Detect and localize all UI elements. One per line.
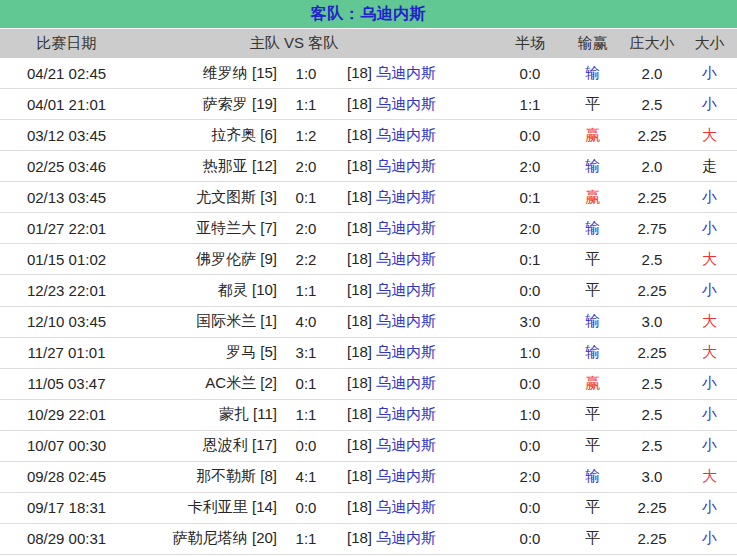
- halftime-score: 0:0: [497, 499, 563, 516]
- table-row: 09/28 02:45那不勒斯 [8]4:1[18] 乌迪内斯2:0输3.0大: [0, 462, 737, 493]
- ou-result: 小: [682, 95, 737, 114]
- away-team: [18] 乌迪内斯: [331, 126, 497, 145]
- halftime-score: 0:0: [497, 375, 563, 392]
- fulltime-score: 1:1: [281, 282, 331, 299]
- home-team: 卡利亚里 [14]: [133, 498, 281, 517]
- halftime-score: 1:0: [497, 406, 563, 423]
- home-team: 热那亚 [12]: [133, 157, 281, 176]
- handicap-result: 输: [563, 343, 622, 362]
- away-team-rank: [18]: [347, 126, 372, 143]
- fulltime-score: 2:2: [281, 251, 331, 268]
- match-date: 08/29 00:31: [0, 530, 133, 547]
- away-team-link[interactable]: 乌迪内斯: [376, 281, 436, 298]
- away-team-rank: [18]: [347, 343, 372, 360]
- away-team-link[interactable]: 乌迪内斯: [376, 436, 436, 453]
- ou-line: 2.5: [622, 96, 682, 113]
- away-team-link[interactable]: 乌迪内斯: [376, 219, 436, 236]
- away-team: [18] 乌迪内斯: [331, 188, 497, 207]
- handicap-result: 输: [563, 157, 622, 176]
- table-row: 11/27 01:01罗马 [5]3:1[18] 乌迪内斯1:0输2.25大: [0, 338, 737, 369]
- away-team-link[interactable]: 乌迪内斯: [376, 157, 436, 174]
- away-team-link[interactable]: 乌迪内斯: [376, 405, 436, 422]
- away-team-rank: [18]: [347, 498, 372, 515]
- column-header-result: 输赢: [563, 34, 622, 53]
- fulltime-score: 0:0: [281, 499, 331, 516]
- away-team-title-bar: 客队：乌迪内斯: [0, 0, 737, 29]
- away-team-rank: [18]: [347, 405, 372, 422]
- column-header-match: 主队 VS 客队: [133, 34, 497, 53]
- match-date: 02/13 03:45: [0, 189, 133, 206]
- table-row: 02/13 03:45尤文图斯 [3]0:1[18] 乌迪内斯0:1赢2.25小: [0, 182, 737, 213]
- home-team: 国际米兰 [1]: [133, 312, 281, 331]
- away-team-link[interactable]: 乌迪内斯: [376, 498, 436, 515]
- ou-line: 2.5: [622, 375, 682, 392]
- table-row: 01/27 22:01亚特兰大 [7]2:0[18] 乌迪内斯2:0输2.75小: [0, 213, 737, 244]
- ou-result: 小: [682, 405, 737, 424]
- table-row: 03/12 03:45拉齐奥 [6]1:2[18] 乌迪内斯0:0赢2.25大: [0, 120, 737, 151]
- handicap-result: 平: [563, 498, 622, 517]
- ou-line: 2.5: [622, 406, 682, 423]
- ou-result: 小: [682, 188, 737, 207]
- away-team-link[interactable]: 乌迪内斯: [376, 95, 436, 112]
- handicap-result: 输: [563, 64, 622, 83]
- away-team-rank: [18]: [347, 95, 372, 112]
- away-team: [18] 乌迪内斯: [331, 281, 497, 300]
- home-team: 罗马 [5]: [133, 343, 281, 362]
- away-team-link[interactable]: 乌迪内斯: [376, 343, 436, 360]
- handicap-result: 输: [563, 219, 622, 238]
- ou-result: 小: [682, 374, 737, 393]
- ou-result: 走: [682, 157, 737, 176]
- away-team-link[interactable]: 乌迪内斯: [376, 312, 436, 329]
- handicap-result: 平: [563, 436, 622, 455]
- ou-result: 小: [682, 436, 737, 455]
- away-team-rank: [18]: [347, 529, 372, 546]
- away-team-rank: [18]: [347, 312, 372, 329]
- away-team-rank: [18]: [347, 436, 372, 453]
- away-team-link[interactable]: 乌迪内斯: [376, 188, 436, 205]
- away-team-link[interactable]: 乌迪内斯: [376, 126, 436, 143]
- halftime-score: 0:0: [497, 127, 563, 144]
- match-date: 10/07 00:30: [0, 437, 133, 454]
- home-team: 拉齐奥 [6]: [133, 126, 281, 145]
- away-team-link[interactable]: 乌迪内斯: [376, 374, 436, 391]
- away-team: [18] 乌迪内斯: [331, 436, 497, 455]
- table-row: 11/05 03:47AC米兰 [2]0:1[18] 乌迪内斯0:0赢2.5小: [0, 369, 737, 400]
- halftime-score: 0:0: [497, 65, 563, 82]
- away-team-link[interactable]: 乌迪内斯: [376, 250, 436, 267]
- column-header-date: 比赛日期: [0, 34, 133, 53]
- handicap-result: 赢: [563, 188, 622, 207]
- handicap-result: 输: [563, 312, 622, 331]
- away-team-rank: [18]: [347, 374, 372, 391]
- away-team-link[interactable]: 乌迪内斯: [376, 529, 436, 546]
- fulltime-score: 0:0: [281, 437, 331, 454]
- ou-line: 2.25: [622, 127, 682, 144]
- match-date: 11/05 03:47: [0, 375, 133, 392]
- match-table-body: 04/21 02:45维罗纳 [15]1:0[18] 乌迪内斯0:0输2.0小0…: [0, 58, 737, 555]
- handicap-result: 输: [563, 467, 622, 486]
- ou-line: 2.25: [622, 499, 682, 516]
- away-team-link[interactable]: 乌迪内斯: [376, 64, 436, 81]
- ou-result: 小: [682, 529, 737, 548]
- fulltime-score: 2:0: [281, 158, 331, 175]
- home-team: 都灵 [10]: [133, 281, 281, 300]
- halftime-score: 2:0: [497, 158, 563, 175]
- fulltime-score: 1:1: [281, 96, 331, 113]
- ou-result: 大: [682, 467, 737, 486]
- fulltime-score: 4:1: [281, 468, 331, 485]
- handicap-result: 平: [563, 250, 622, 269]
- ou-line: 3.0: [622, 468, 682, 485]
- match-date: 09/17 18:31: [0, 499, 133, 516]
- table-row: 02/25 03:46热那亚 [12]2:0[18] 乌迪内斯2:0输2.0走: [0, 151, 737, 182]
- away-team-link[interactable]: 乌迪内斯: [376, 467, 436, 484]
- table-row: 08/29 00:31萨勒尼塔纳 [20]1:1[18] 乌迪内斯0:0平2.2…: [0, 524, 737, 555]
- away-team-rank: [18]: [347, 188, 372, 205]
- fulltime-score: 3:1: [281, 344, 331, 361]
- ou-result: 大: [682, 312, 737, 331]
- home-team: 萨索罗 [19]: [133, 95, 281, 114]
- table-row: 04/01 21:01萨索罗 [19]1:1[18] 乌迪内斯1:1平2.5小: [0, 89, 737, 120]
- ou-line: 2.5: [622, 251, 682, 268]
- away-team: [18] 乌迪内斯: [331, 312, 497, 331]
- halftime-score: 0:0: [497, 437, 563, 454]
- fulltime-score: 1:1: [281, 530, 331, 547]
- away-team: [18] 乌迪内斯: [331, 250, 497, 269]
